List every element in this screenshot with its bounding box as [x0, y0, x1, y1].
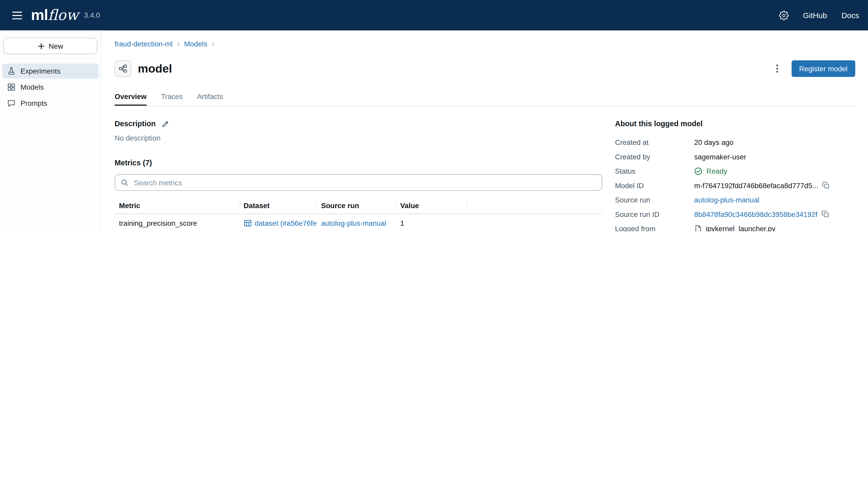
metric-value: 1 [396, 219, 468, 227]
metrics-search-input[interactable] [133, 178, 596, 187]
docs-link[interactable]: Docs [842, 11, 859, 20]
top-navigation-bar: mlflow 3.4.0 GitHub Docs [0, 0, 868, 30]
field-created-at: Created at 20 days ago [615, 135, 855, 149]
field-label: Status [615, 167, 694, 175]
flask-icon [7, 67, 16, 75]
chevron-right-icon: › [177, 39, 180, 48]
field-created-by: Created by sagemaker-user [615, 150, 855, 164]
hamburger-menu-icon[interactable] [9, 8, 25, 22]
status-badge: Ready [706, 167, 727, 175]
dataset-cell: dataset (#a56e76fe) [239, 219, 317, 227]
field-status: Status Ready [615, 164, 855, 178]
sidebar-item-prompts[interactable]: Prompts [2, 96, 98, 111]
field-label: Created at [615, 138, 694, 147]
field-model-id: Model ID m-f7647192fdd746b68efaca8d777d5… [615, 178, 855, 193]
field-logged-from: Logged from ipykernel_launcher.py [615, 221, 855, 231]
logo-text-flow: flow [48, 7, 78, 23]
sidebar-item-label: Models [20, 83, 43, 91]
plus-icon [38, 42, 45, 50]
field-label: Model ID [615, 181, 694, 189]
page-header: model Register model [115, 54, 855, 83]
logo-text-ml: ml [31, 7, 48, 24]
breadcrumb: fraud-detection-ml › Models › [115, 39, 855, 48]
field-label: Source run [615, 196, 694, 204]
mlflow-app: mlflow 3.4.0 GitHub Docs New [0, 0, 868, 231]
tab-artifacts[interactable]: Artifacts [197, 93, 223, 106]
field-label: Created by [615, 152, 694, 161]
tab-overview[interactable]: Overview [115, 93, 147, 106]
field-label: Logged from [615, 225, 694, 231]
search-icon [121, 179, 128, 187]
no-description-text: No description [115, 134, 602, 142]
overflow-menu-icon[interactable] [770, 61, 783, 76]
table-row: training_precision_score dataset (#a56e7… [115, 214, 602, 231]
sidebar-nav: Experiments Models [0, 63, 101, 110]
breadcrumb-models-link[interactable]: Models [184, 40, 207, 48]
copy-icon[interactable] [821, 210, 829, 218]
copy-icon[interactable] [822, 182, 830, 189]
metrics-table: Metric Dataset Source run Value training… [115, 197, 602, 231]
prompts-icon [7, 99, 16, 107]
table-grid-icon [243, 219, 252, 227]
check-circle-icon [694, 167, 703, 175]
new-button-label: New [49, 42, 63, 50]
github-link[interactable]: GitHub [803, 11, 827, 20]
sidebar-item-models[interactable]: Models [2, 80, 98, 95]
gear-icon[interactable] [778, 10, 788, 20]
description-heading: Description [115, 119, 156, 128]
field-value: 20 days ago [694, 138, 734, 147]
model-icon [115, 60, 131, 77]
field-source-run-id: Source run ID 8b8478fa90c3466b98dc3958be… [615, 207, 855, 221]
main-content: fraud-detection-ml › Models › model Regi… [102, 30, 868, 231]
metrics-search [115, 174, 602, 191]
sidebar-item-label: Prompts [20, 99, 47, 107]
source-run-id-link[interactable]: 8b8478fa90c3466b98dc3958be34192f [694, 210, 817, 218]
field-source-run: Source run autolog-plus-manual [615, 193, 855, 207]
source-run-link[interactable]: autolog-plus-manual [321, 219, 386, 227]
model-id-value: m-f7647192fdd746b68efaca8d777d5... [694, 181, 818, 189]
models-icon [7, 83, 16, 91]
mlflow-logo[interactable]: mlflow [31, 7, 78, 24]
field-label: Source run ID [615, 210, 694, 218]
about-panel: About this logged model Created at 20 da… [615, 106, 855, 231]
file-icon [694, 225, 702, 231]
column-header-source-run: Source run [317, 201, 396, 210]
chevron-right-icon: › [212, 39, 214, 48]
field-value: sagemaker-user [694, 152, 746, 161]
metrics-heading: Metrics (7) [115, 159, 602, 167]
metric-name: training_precision_score [115, 219, 239, 227]
column-header-dataset: Dataset [239, 201, 317, 210]
page-title: model [138, 62, 172, 75]
metrics-table-header: Metric Dataset Source run Value [115, 197, 602, 214]
new-button[interactable]: New [3, 38, 97, 54]
about-heading: About this logged model [615, 119, 855, 128]
column-header-value: Value [396, 201, 468, 210]
register-model-button[interactable]: Register model [792, 60, 855, 77]
source-run-link[interactable]: autolog-plus-manual [694, 196, 759, 204]
breadcrumb-experiment-link[interactable]: fraud-detection-ml [115, 40, 173, 48]
column-header-metric: Metric [115, 201, 239, 210]
edit-pencil-icon[interactable] [162, 120, 170, 128]
sidebar: New Experiments [0, 30, 102, 231]
tab-bar: Overview Traces Artifacts [115, 93, 855, 106]
sidebar-item-label: Experiments [20, 67, 60, 75]
version-label: 3.4.0 [84, 11, 100, 19]
logged-from-value: ipykernel_launcher.py [706, 225, 775, 231]
dataset-link[interactable]: dataset (#a56e76fe) [255, 219, 317, 227]
tab-traces[interactable]: Traces [161, 93, 183, 106]
overview-left-column: Description No description Metrics (7) [115, 106, 602, 231]
sidebar-item-experiments[interactable]: Experiments [2, 63, 98, 78]
